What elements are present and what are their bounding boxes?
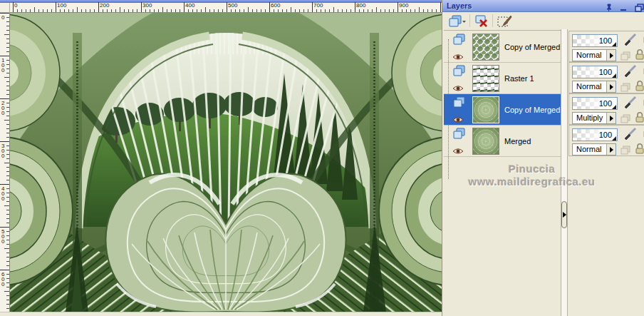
opacity-slider-handle[interactable] [612, 136, 616, 141]
brush-icon[interactable] [622, 64, 638, 81]
layer-row[interactable]: Raster 1 [444, 63, 561, 94]
opacity-slider[interactable]: 100 [572, 34, 618, 47]
layer-thumbnail [472, 65, 499, 92]
canvas-bottom-strip [0, 312, 442, 316]
brush-icon[interactable] [622, 127, 638, 144]
ruler-major-ticks [13, 2, 442, 12]
ruler-label: 300 [1, 143, 6, 158]
opacity-value: 100 [599, 131, 612, 139]
palette-toolbar [442, 12, 644, 30]
layer-thumbnail [472, 96, 499, 123]
layer-thumbnail [472, 34, 499, 61]
opacity-slider-handle[interactable] [612, 42, 616, 46]
restore-window-icon[interactable] [635, 2, 644, 10]
vertical-ruler: 0 100 200 300 400 500 600 [0, 13, 10, 312]
visibility-eye-icon[interactable] [452, 51, 464, 63]
dropdown-arrow-icon[interactable] [606, 81, 616, 92]
palette-title: Layers [447, 1, 472, 10]
layer-row-selected[interactable]: Copy of Merged [444, 94, 561, 126]
toolbar-separator [469, 14, 470, 27]
blend-mode-dropdown[interactable]: Multiply [572, 112, 616, 124]
ruler-label: 900 [399, 3, 408, 9]
layer-list: Copy of Merged Raster 1 [444, 30, 561, 316]
ruler-label: 400 [1, 186, 6, 201]
ruler-label: 700 [313, 3, 323, 9]
minimize-icon[interactable] [619, 2, 629, 10]
blend-mode-value: Normal [576, 51, 601, 59]
ruler-label: 200 [100, 3, 109, 9]
brush-icon[interactable] [622, 96, 638, 113]
visibility-eye-icon[interactable] [452, 145, 464, 158]
blend-mode-dropdown[interactable]: Normal [572, 49, 616, 61]
layer-controls-group: 100 N Normal [568, 31, 644, 62]
psp-window: 0 100 200 300 400 500 600 700 800 900 0 … [0, 0, 644, 316]
lock-icon[interactable] [635, 80, 644, 94]
layer-group-icon[interactable] [620, 145, 631, 158]
lock-icon[interactable] [635, 111, 644, 126]
layer-name: Copy of Merged [504, 106, 560, 114]
horizontal-ruler: 0 100 200 300 400 500 600 700 800 900 [10, 3, 442, 13]
layer-name: Raster 1 [504, 74, 534, 83]
opacity-slider[interactable]: 100 [572, 128, 618, 141]
dropdown-arrow-icon[interactable] [606, 50, 616, 61]
ruler-label: 600 [271, 3, 280, 9]
raster-layer-icon [452, 34, 467, 49]
lock-icon[interactable] [635, 143, 644, 157]
edit-selection-button[interactable] [497, 14, 514, 29]
layer-controls: 100 N Normal [568, 30, 644, 316]
new-layer-button[interactable] [448, 14, 467, 29]
layer-row[interactable]: Merged [444, 126, 561, 157]
layer-name: Merged [504, 137, 531, 146]
raster-layer-icon [452, 65, 467, 81]
ruler-label: 0 [14, 3, 17, 9]
ruler-label: 200 [1, 101, 6, 116]
ruler-label: 300 [142, 3, 152, 9]
ruler-label: 0 [1, 15, 6, 20]
layer-name: Copy of Merged [504, 43, 560, 51]
blend-mode-dropdown[interactable]: Normal [572, 81, 616, 93]
opacity-value: 100 [599, 99, 612, 108]
layer-row[interactable]: Copy of Merged [444, 31, 561, 63]
layer-thumbnail [472, 128, 499, 155]
opacity-value: 100 [599, 68, 612, 76]
lock-icon[interactable] [635, 49, 644, 63]
brush-icon[interactable] [622, 33, 638, 50]
dropdown-arrow-icon[interactable] [606, 144, 616, 155]
visibility-eye-icon[interactable] [452, 82, 464, 95]
ruler-label: 500 [1, 229, 6, 244]
pin-icon[interactable] [605, 2, 615, 10]
canvas-image[interactable] [10, 13, 442, 312]
blend-mode-value: Multiply [576, 113, 603, 122]
opacity-value: 100 [599, 36, 612, 45]
ruler-label: 600 [1, 272, 6, 287]
delete-layer-button[interactable] [474, 14, 489, 29]
opacity-slider-handle[interactable] [612, 105, 616, 109]
palette-splitter[interactable] [561, 29, 568, 316]
blend-mode-value: Normal [576, 82, 601, 91]
blend-mode-dropdown[interactable]: Normal [572, 143, 616, 156]
splitter-arrow-icon [563, 212, 566, 218]
layers-palette: Layers [442, 0, 644, 316]
ruler-label: 100 [57, 3, 66, 9]
splitter-handle[interactable] [561, 201, 567, 228]
ruler-label: 500 [228, 3, 237, 9]
opacity-slider-handle[interactable] [612, 73, 616, 78]
raster-layer-icon [452, 96, 467, 112]
blend-mode-value: Normal [576, 145, 601, 153]
raster-layer-icon [452, 128, 467, 143]
ruler-label: 800 [356, 3, 365, 9]
toolbar-separator [492, 14, 493, 27]
opacity-slider[interactable]: 100 [572, 97, 618, 110]
dropdown-arrow-icon[interactable] [606, 113, 616, 123]
layer-controls-group: 100 N Normal [568, 125, 644, 156]
visibility-eye-icon[interactable] [452, 113, 464, 126]
palette-titlebar[interactable]: Layers [442, 0, 644, 12]
ruler-label: 400 [185, 3, 194, 9]
opacity-slider[interactable]: 100 [572, 66, 618, 78]
layer-controls-group: 100 N Normal [568, 62, 644, 93]
layer-controls-group: 100 N Multiply [568, 93, 644, 125]
ruler-corner [0, 3, 10, 13]
ruler-label: 100 [1, 58, 6, 73]
